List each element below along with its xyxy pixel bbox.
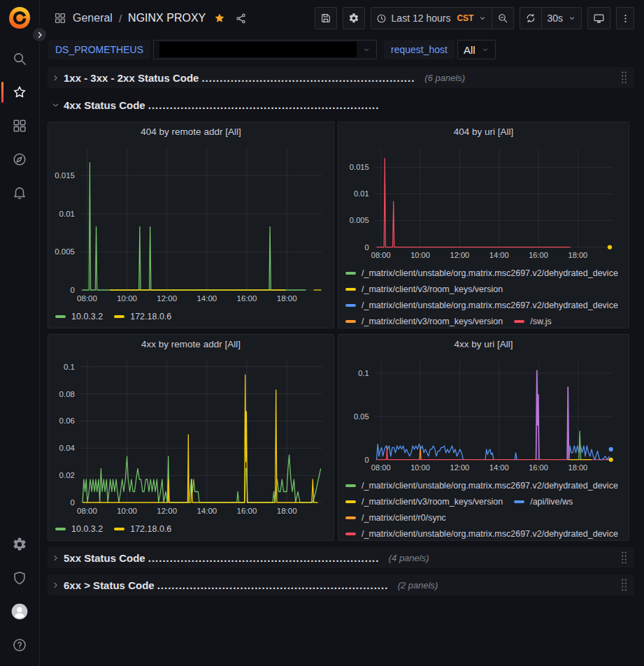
svg-text:14:00: 14:00	[489, 463, 509, 472]
svg-text:10:00: 10:00	[117, 294, 137, 303]
panel-title[interactable]: 404 by uri [All]	[338, 122, 629, 142]
zoom-out-icon	[497, 13, 508, 24]
time-range-label: Last 12 hours	[392, 13, 451, 24]
variable-label[interactable]: request_host	[384, 40, 455, 59]
sidebar-item-explore[interactable]	[0, 143, 39, 176]
breadcrumb-folder[interactable]: General	[73, 12, 113, 24]
legend-item[interactable]: /_matrix/client/unstable/org.matrix.msc2…	[345, 298, 618, 312]
legend-item[interactable]: /api/live/ws	[514, 495, 573, 508]
star-filled-icon	[213, 12, 226, 24]
tv-mode-button[interactable]	[587, 7, 610, 29]
row-drag-handle-icon[interactable]	[620, 551, 629, 565]
legend-item[interactable]: /_matrix/client/v3/room_keys/version	[345, 495, 503, 508]
row-drag-handle-icon[interactable]	[620, 578, 629, 592]
legend-item[interactable]: 172.18.0.6	[114, 522, 171, 535]
sidebar-item-profile[interactable]	[0, 595, 39, 628]
refresh-icon	[525, 13, 536, 24]
clock-icon	[376, 13, 387, 24]
sidebar-item-help[interactable]	[0, 628, 39, 662]
dashboards-grid-icon	[54, 12, 66, 24]
legend-item[interactable]: 172.18.0.6	[114, 310, 171, 323]
chevron-right-icon	[51, 581, 60, 590]
row-header-2[interactable]: 4xx Status Code.........................…	[48, 94, 634, 115]
row-header-4[interactable]: 6xx > Status Code.......................…	[48, 574, 634, 595]
legend-item[interactable]: /_matrix/client/unstable/org.matrix.msc2…	[345, 527, 618, 540]
sidebar-item-starred[interactable]	[0, 75, 39, 109]
dashboard-settings-button[interactable]	[343, 7, 365, 29]
legend-label: 172.18.0.6	[130, 312, 171, 321]
variable-request_host: request_hostAll	[384, 40, 496, 59]
panel-title[interactable]: 404 by remote addr [All]	[48, 122, 334, 142]
sidebar-expand-button[interactable]	[31, 26, 48, 43]
sidebar-item-alerting[interactable]	[0, 176, 39, 210]
panel-grid: 404 by remote addr [All]08:0010:0012:001…	[48, 122, 634, 541]
sidebar-item-search[interactable]	[0, 42, 39, 75]
chart-canvas[interactable]: 08:0010:0012:0014:0016:0018:0000.020.040…	[48, 354, 332, 518]
favorite-star-button[interactable]	[212, 10, 227, 26]
apps-icon	[12, 118, 27, 133]
chart-canvas[interactable]: 08:0010:0012:0014:0016:0018:0000.050.1	[338, 354, 627, 475]
svg-text:10:00: 10:00	[410, 251, 430, 259]
share-button[interactable]	[234, 11, 248, 26]
grafana-app: General / NGINX PROXY	[0, 0, 644, 666]
shield-icon	[12, 570, 27, 586]
legend-item[interactable]: 10.0.3.2	[55, 522, 103, 535]
chevron-down-icon	[478, 14, 487, 22]
variable-value-dropdown[interactable]: All	[457, 40, 496, 59]
svg-text:0.08: 0.08	[59, 390, 75, 398]
legend-item[interactable]: /_matrix/client/r0/sync	[345, 511, 446, 524]
sidebar-item-server-admin[interactable]	[0, 561, 39, 595]
svg-text:18:00: 18:00	[568, 463, 587, 472]
sidebar-item-configuration[interactable]	[0, 528, 39, 561]
legend-swatch-icon	[114, 315, 124, 318]
legend-item[interactable]: /_matrix/client/v3/room_keys/version	[345, 314, 503, 328]
chart-canvas[interactable]: 08:0010:0012:0014:0016:0018:0000.0050.01…	[48, 142, 332, 305]
search-icon	[12, 51, 27, 66]
sidebar-item-dashboards[interactable]	[0, 109, 39, 143]
time-range-picker[interactable]: Last 12 hours CST	[371, 7, 493, 29]
zoom-out-time-button[interactable]	[492, 7, 514, 29]
svg-text:0.04: 0.04	[59, 444, 76, 452]
svg-text:16:00: 16:00	[237, 294, 257, 303]
svg-text:16:00: 16:00	[529, 463, 548, 472]
refresh-button[interactable]	[520, 7, 542, 29]
chevron-right-icon	[51, 73, 60, 82]
legend-swatch-icon	[345, 288, 356, 291]
variable-label[interactable]: DS_PROMETHEUS	[48, 40, 150, 59]
variable-value-dropdown[interactable]	[153, 40, 377, 59]
row-header-3[interactable]: 5xx Status Code.........................…	[48, 547, 634, 568]
legend-item[interactable]: /_matrix/client/unstable/org.matrix.msc2…	[345, 479, 618, 492]
legend-item[interactable]: /sw.js	[514, 314, 552, 328]
legend-swatch-icon	[345, 304, 356, 307]
grafana-logo-icon[interactable]	[6, 4, 34, 32]
row-title: 1xx - 3xx - 2xx Status Code	[64, 72, 199, 84]
chevron-down-icon	[51, 101, 60, 110]
panel-title[interactable]: 4xx by remote addr [All]	[48, 335, 334, 354]
more-options-button[interactable]	[616, 7, 634, 29]
main-area: General / NGINX PROXY	[40, 0, 644, 666]
row-header-1[interactable]: 1xx - 3xx - 2xx Status Code.............…	[48, 67, 634, 88]
save-dashboard-button[interactable]	[315, 7, 337, 29]
page-title[interactable]: NGINX PROXY	[128, 12, 206, 24]
svg-text:0.02: 0.02	[59, 471, 75, 479]
toolbar: Last 12 hours CST 30s	[315, 7, 634, 29]
variables-bar: DS_PROMETHEUSrequest_hostAll	[40, 36, 644, 63]
row-drag-handle-icon[interactable]	[620, 71, 629, 85]
svg-text:0: 0	[71, 286, 75, 294]
legend-label: /_matrix/client/unstable/org.matrix.msc2…	[362, 529, 618, 539]
legend-swatch-icon	[345, 516, 356, 519]
refresh-interval-picker[interactable]: 30s	[541, 7, 582, 29]
svg-text:0: 0	[364, 243, 368, 252]
svg-text:18:00: 18:00	[277, 294, 297, 303]
legend-label: /api/live/ws	[530, 497, 573, 507]
svg-text:0.1: 0.1	[64, 363, 75, 371]
chart-canvas[interactable]: 08:0010:0012:0014:0016:0018:0000.0050.01…	[338, 142, 627, 262]
legend-item[interactable]: /_matrix/client/unstable/org.matrix.msc2…	[345, 266, 618, 280]
legend-swatch-icon	[345, 533, 356, 535]
legend-item[interactable]: /_matrix/client/v3/room_keys/version	[345, 282, 503, 296]
legend-item[interactable]: 10.0.3.2	[55, 310, 103, 323]
svg-text:12:00: 12:00	[157, 507, 177, 515]
row-title-leader-dots: ........................................…	[148, 552, 379, 564]
panel-4xx-by-remote-addr-all-: 4xx by remote addr [All]08:0010:0012:001…	[48, 334, 334, 541]
panel-title[interactable]: 4xx by uri [All]	[338, 335, 629, 354]
